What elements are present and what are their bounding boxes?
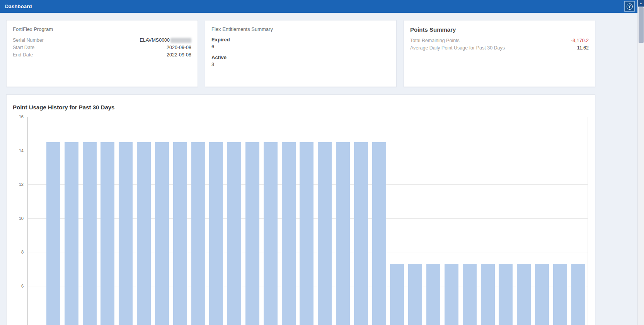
end-date-row: End Date 2022-09-08	[13, 51, 191, 59]
usage-bar	[282, 142, 296, 325]
expired-label: Expired	[211, 37, 390, 43]
avg-daily-usage-label: Average Daily Point Usage for Past 30 Da…	[410, 44, 505, 52]
serial-number-label: Serial Number	[13, 37, 44, 44]
y-axis-tick-label: 10	[19, 216, 24, 221]
flex-entitlements-card: Flex Entitlements Summary Expired 6 Acti…	[205, 20, 397, 87]
page-title: Dashboard	[5, 3, 32, 9]
end-date-value: 2022-09-08	[167, 51, 191, 59]
active-count: 3	[211, 61, 390, 67]
total-remaining-points-value: -3,170.2	[571, 37, 589, 44]
expired-group: Expired 6	[211, 37, 390, 49]
active-label: Active	[211, 54, 390, 60]
usage-bar	[499, 264, 513, 325]
usage-bar	[354, 142, 368, 325]
usage-bar	[318, 142, 332, 325]
bars-container	[28, 117, 588, 325]
y-axis-tick-label: 12	[19, 182, 24, 187]
usage-bar	[481, 264, 495, 325]
usage-bar	[300, 142, 313, 325]
scrollbar-up-arrow-icon[interactable]: ▲	[638, 0, 644, 7]
fortiflex-program-card: FortiFlex Program Serial Number ELAVMS00…	[6, 20, 198, 87]
serial-number-value: ELAVMS0000	[140, 37, 191, 44]
help-icon: ?	[627, 3, 633, 10]
usage-bar	[463, 264, 477, 325]
usage-bar	[137, 142, 151, 325]
chart-title: Point Usage History for Past 30 Days	[13, 104, 595, 111]
point-usage-bar-chart: 1614121086	[7, 117, 595, 325]
end-date-label: End Date	[13, 51, 33, 59]
y-axis-tick-label: 16	[19, 114, 24, 119]
usage-bar	[155, 142, 169, 325]
usage-bar	[119, 142, 133, 325]
start-date-value: 2020-09-08	[167, 44, 191, 51]
total-remaining-points-row: Total Remaining Points -3,170.2	[410, 37, 589, 44]
usage-bar	[445, 264, 458, 325]
y-axis: 1614121086	[7, 117, 27, 325]
usage-bar	[390, 264, 404, 325]
usage-bar	[65, 142, 78, 325]
usage-bar	[571, 264, 585, 325]
points-card-title: Points Summary	[410, 26, 589, 33]
plot-area	[27, 117, 588, 325]
usage-bar	[264, 142, 278, 325]
topbar: Dashboard ?	[0, 0, 644, 13]
vertical-scrollbar[interactable]: ▲	[637, 0, 644, 325]
usage-bar	[101, 142, 114, 325]
usage-bar	[426, 264, 440, 325]
y-axis-tick-label: 14	[19, 148, 24, 153]
usage-bar	[46, 142, 60, 325]
usage-bar	[336, 142, 350, 325]
usage-bar	[517, 264, 531, 325]
active-group: Active 3	[211, 54, 390, 67]
usage-bar	[209, 142, 223, 325]
usage-bar	[553, 264, 567, 325]
start-date-row: Start Date 2020-09-08	[13, 44, 191, 51]
help-button[interactable]: ?	[624, 1, 635, 12]
usage-bar	[372, 142, 386, 325]
usage-bar	[83, 142, 97, 325]
usage-bar	[191, 142, 205, 325]
y-axis-tick-label: 6	[21, 284, 24, 288]
y-axis-tick-label: 8	[21, 250, 24, 254]
redacted-blur	[170, 38, 191, 43]
usage-bar	[535, 264, 549, 325]
usage-bar	[173, 142, 187, 325]
usage-bar	[245, 142, 259, 325]
point-usage-history-card: Point Usage History for Past 30 Days 161…	[6, 94, 595, 325]
fortiflex-card-title: FortiFlex Program	[13, 26, 191, 32]
avg-daily-usage-value: 11.62	[577, 44, 589, 52]
summary-cards-row: FortiFlex Program Serial Number ELAVMS00…	[6, 20, 595, 87]
avg-daily-usage-row: Average Daily Point Usage for Past 30 Da…	[410, 44, 589, 52]
usage-bar	[227, 142, 241, 325]
dashboard-content: FortiFlex Program Serial Number ELAVMS00…	[6, 20, 595, 325]
expired-count: 6	[211, 44, 390, 49]
entitlements-card-title: Flex Entitlements Summary	[211, 26, 390, 32]
points-summary-card: Points Summary Total Remaining Points -3…	[404, 20, 595, 87]
total-remaining-points-label: Total Remaining Points	[410, 37, 460, 44]
start-date-label: Start Date	[13, 44, 34, 51]
serial-number-row: Serial Number ELAVMS0000	[13, 37, 191, 44]
scrollbar-thumb[interactable]	[639, 7, 644, 43]
usage-bar	[408, 264, 422, 325]
